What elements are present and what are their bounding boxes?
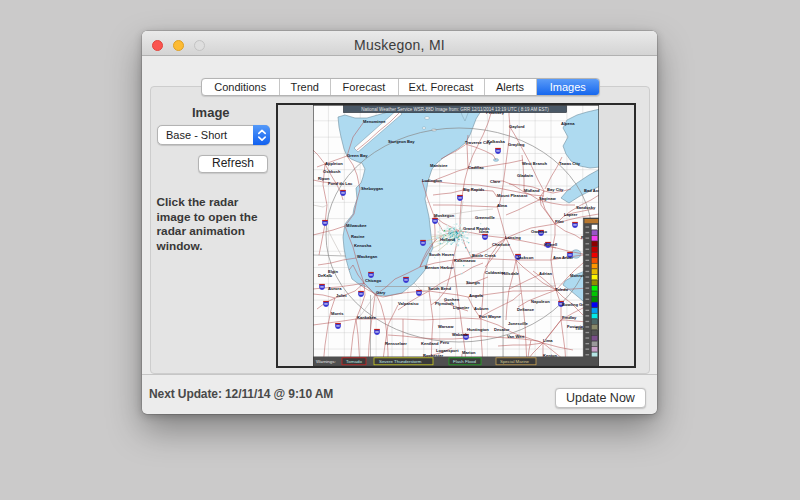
svg-text:Joliet: Joliet xyxy=(336,293,347,298)
svg-text:Peru: Peru xyxy=(440,340,450,345)
svg-text:Flint: Flint xyxy=(555,219,564,224)
svg-text:Milwaukee: Milwaukee xyxy=(346,223,367,228)
svg-text:Manistee: Manistee xyxy=(430,163,448,168)
svg-text:Warnings:: Warnings: xyxy=(316,359,336,364)
svg-text:Aurora: Aurora xyxy=(328,286,342,291)
svg-text:Sheboygan: Sheboygan xyxy=(361,186,384,191)
svg-text:Ludington: Ludington xyxy=(422,178,443,183)
svg-text:Sturgeon Bay: Sturgeon Bay xyxy=(388,139,415,144)
svg-text:Chicago: Chicago xyxy=(365,278,382,283)
svg-text:Findlay: Findlay xyxy=(562,315,577,320)
svg-text:Decatur: Decatur xyxy=(494,327,510,332)
svg-text:Racine: Racine xyxy=(351,234,365,239)
svg-text:Howell: Howell xyxy=(544,242,557,247)
svg-text:Warsaw: Warsaw xyxy=(438,324,454,329)
svg-text:Sturgis: Sturgis xyxy=(466,280,481,285)
svg-text:Saginaw: Saginaw xyxy=(539,196,556,201)
svg-text:Ionia: Ionia xyxy=(479,229,489,234)
svg-text:Valparaiso: Valparaiso xyxy=(398,301,419,306)
svg-text:Rensselaer: Rensselaer xyxy=(385,341,407,346)
svg-text:Alma: Alma xyxy=(497,203,508,208)
svg-text:Wabash: Wabash xyxy=(452,332,468,337)
svg-text:Angola: Angola xyxy=(469,293,484,298)
svg-text:Grayling: Grayling xyxy=(508,142,525,147)
svg-text:Tawas City: Tawas City xyxy=(559,161,581,166)
svg-text:South Haven: South Haven xyxy=(429,252,455,257)
svg-text:Fort Wayne: Fort Wayne xyxy=(479,314,502,319)
svg-text:Lansing: Lansing xyxy=(505,235,521,240)
svg-text:Tornado: Tornado xyxy=(346,359,362,364)
svg-text:Holland: Holland xyxy=(440,237,456,242)
svg-text:Sandusky: Sandusky xyxy=(576,205,596,210)
svg-text:West Branch: West Branch xyxy=(522,161,547,166)
svg-text:Auburn: Auburn xyxy=(474,306,489,311)
svg-text:Battle Creek: Battle Creek xyxy=(472,253,497,258)
svg-text:Goshen: Goshen xyxy=(444,297,460,302)
svg-text:Greenville: Greenville xyxy=(475,215,496,220)
svg-text:Defiance: Defiance xyxy=(517,307,535,312)
svg-text:Van Wert: Van Wert xyxy=(507,334,525,339)
svg-text:Elgin: Elgin xyxy=(328,269,339,274)
svg-text:Alpena: Alpena xyxy=(561,121,575,126)
svg-text:Special Marine: Special Marine xyxy=(500,359,530,364)
svg-text:Kentland: Kentland xyxy=(421,341,439,346)
svg-text:Kankakee: Kankakee xyxy=(357,315,377,320)
svg-text:Gaylord: Gaylord xyxy=(509,124,525,129)
svg-text:Ann Arbor: Ann Arbor xyxy=(553,255,573,260)
svg-text:Napoleon: Napoleon xyxy=(531,299,550,304)
svg-text:Bay City: Bay City xyxy=(547,187,564,192)
svg-text:Huntington: Huntington xyxy=(467,327,489,332)
svg-text:Lima: Lima xyxy=(543,338,553,343)
svg-text:Mount Pleasant: Mount Pleasant xyxy=(497,193,528,198)
svg-text:National Weather Service WSR-8: National Weather Service WSR-88D Image f… xyxy=(361,106,549,111)
svg-text:Flash Flood: Flash Flood xyxy=(453,359,476,364)
svg-text:Severe Thunderstorm: Severe Thunderstorm xyxy=(379,359,422,364)
svg-text:Clare: Clare xyxy=(490,179,501,184)
svg-text:Kalamazoo: Kalamazoo xyxy=(454,258,476,263)
svg-text:Bad Axe: Bad Axe xyxy=(584,188,599,193)
svg-text:Charlotte: Charlotte xyxy=(492,242,511,247)
svg-text:Green Bay: Green Bay xyxy=(347,153,368,158)
svg-text:Big Rapids: Big Rapids xyxy=(463,187,485,192)
svg-text:Cadillac: Cadillac xyxy=(468,165,484,170)
svg-text:Monroe: Monroe xyxy=(570,273,586,278)
svg-text:Waukegan: Waukegan xyxy=(357,254,378,259)
svg-text:Kalkaska: Kalkaska xyxy=(487,139,505,144)
svg-text:Adrian: Adrian xyxy=(539,271,552,276)
svg-text:Menominee: Menominee xyxy=(363,119,386,124)
svg-text:Muskegon: Muskegon xyxy=(434,213,455,218)
svg-text:South Bend: South Bend xyxy=(428,286,451,291)
svg-text:Marion: Marion xyxy=(462,350,476,355)
svg-text:Midland: Midland xyxy=(524,188,540,193)
svg-text:Jackson: Jackson xyxy=(517,255,534,260)
svg-text:Owosso: Owosso xyxy=(531,229,547,234)
svg-text:Oshkosh: Oshkosh xyxy=(323,169,341,174)
svg-text:Lapeer: Lapeer xyxy=(564,212,578,217)
svg-text:Hillsdale: Hillsdale xyxy=(502,271,520,276)
svg-text:Fond du Lac: Fond du Lac xyxy=(328,181,353,186)
svg-text:Gary: Gary xyxy=(376,290,386,295)
svg-text:Gladwin: Gladwin xyxy=(517,173,533,178)
svg-text:Toledo: Toledo xyxy=(555,287,569,292)
svg-text:Morris: Morris xyxy=(331,311,344,316)
svg-text:Jonesville: Jonesville xyxy=(508,321,529,326)
svg-text:Benton Harbor: Benton Harbor xyxy=(425,265,454,270)
svg-text:Kenosha: Kenosha xyxy=(354,243,372,248)
svg-text:Appleton: Appleton xyxy=(325,161,343,166)
svg-text:Ligonier: Ligonier xyxy=(453,305,470,310)
